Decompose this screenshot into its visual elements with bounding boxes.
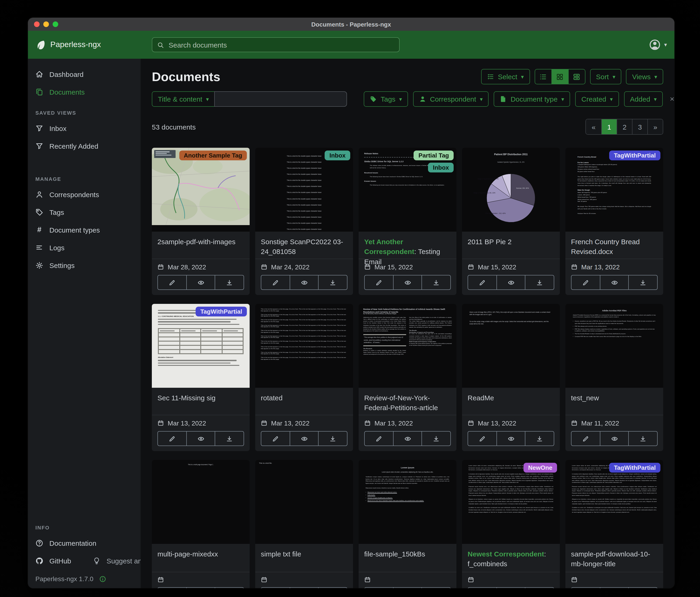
download-button[interactable] [628,587,658,588]
tag-badge[interactable]: Another Sample Tag [179,150,247,160]
document-title[interactable]: French Country Bread Revised.docx [571,237,658,257]
document-thumbnail[interactable]: This is a test for the double space char… [255,148,353,232]
close-window-button[interactable] [34,21,40,27]
edit-button[interactable] [261,275,290,290]
sidebar-item-recently-added[interactable]: Recently Added [28,137,141,155]
edit-button[interactable] [468,275,497,290]
document-thumbnail[interactable]: This is a multi page document. Page 1. [152,460,250,544]
document-thumbnail[interactable]: French Country BreadFor the Leaven1 heap… [566,148,663,232]
edit-button[interactable] [571,275,600,290]
preview-button[interactable] [600,275,629,290]
preview-button[interactable] [496,587,525,588]
minimize-window-button[interactable] [43,21,49,27]
download-button[interactable] [422,587,451,588]
tag-badge[interactable]: Partial Tag [414,150,454,160]
document-thumbnail[interactable]: Adobe Acrobat PDF FilesAdobe® Portable D… [566,304,663,388]
edit-button[interactable] [157,431,186,446]
download-button[interactable] [215,431,244,446]
filter-correspondent-button[interactable]: Correspondent▾ [413,91,489,107]
download-button[interactable] [525,587,554,588]
download-button[interactable] [525,275,554,290]
download-button[interactable] [422,431,451,446]
document-title[interactable]: sample-pdf-download-10-mb-longer-title [571,549,658,569]
document-title[interactable]: 2sample-pdf-with-images [157,237,244,247]
document-thumbnail[interactable]: Another Sample Tag [152,148,250,232]
document-thumbnail[interactable]: This is a test file. [255,460,353,544]
filter-text-input[interactable] [215,91,347,107]
list-view-button[interactable] [535,69,551,84]
document-thumbnail[interactable]: Given a set of image files (JPEG, GIF, P… [462,304,560,388]
pagination-page-2[interactable]: 2 [617,119,632,134]
preview-button[interactable] [496,431,525,446]
edit-button[interactable] [261,587,290,588]
grid-view-button[interactable] [551,69,568,84]
tag-badge[interactable]: Inbox [428,163,454,172]
edit-button[interactable] [364,587,393,588]
user-menu[interactable]: ▾ [649,31,667,59]
document-title[interactable]: file-sample_150kBs [364,549,451,559]
filter-created-button[interactable]: Created▾ [575,91,619,107]
document-title[interactable]: 2011 BP Pie 2 [468,237,554,247]
document-thumbnail[interactable]: Lorem ipsum dolor sit amet, consectetur … [566,460,663,544]
document-title[interactable]: ReadMe [468,393,554,403]
pagination-page-1[interactable]: 1 [601,119,617,134]
correspondent-link[interactable]: Newest Correspondent [468,550,544,558]
document-title[interactable]: Newest Correspondent: f_combineds [468,549,554,569]
download-button[interactable] [318,275,347,290]
filter-tags-button[interactable]: Tags▾ [364,91,408,107]
preview-button[interactable] [290,275,319,290]
preview-button[interactable] [186,431,215,446]
maximize-window-button[interactable] [53,21,58,27]
document-thumbnail[interactable]: This is the text that appears on the fir… [255,304,353,388]
document-thumbnail[interactable]: Lorem ipsum dolor sit amet, consectetur … [462,460,560,544]
tag-badge[interactable]: TagWithPartial [609,150,660,160]
sidebar-item-tags[interactable]: Tags [28,203,141,221]
document-title[interactable]: Review-of-New-York-Federal-Petitions-art… [364,393,451,413]
sidebar-item-github[interactable]: GitHub [28,552,78,570]
sidebar-item-documentation[interactable]: Documentation [28,534,141,552]
sort-button[interactable]: Sort ▾ [590,69,621,85]
edit-button[interactable] [261,431,290,446]
download-button[interactable] [628,431,658,446]
document-title[interactable]: Sec 11-Missing sig [157,393,244,403]
sidebar-item-dashboard[interactable]: Dashboard [28,65,141,83]
preview-button[interactable] [393,587,422,588]
correspondent-link[interactable]: Yet Another Correspondent [364,238,414,256]
document-title[interactable]: rotated [261,393,347,403]
pagination-page-3[interactable]: 3 [632,119,647,134]
document-title[interactable]: simple txt file [261,549,347,559]
preview-button[interactable] [393,431,422,446]
download-button[interactable] [628,275,658,290]
search-bar[interactable] [152,37,400,52]
sidebar-item-logs[interactable]: Logs [28,239,141,256]
download-button[interactable] [422,275,451,290]
tag-badge[interactable]: TagWithPartial [609,463,660,473]
download-button[interactable] [318,587,347,588]
preview-button[interactable] [186,275,215,290]
pagination-page-«[interactable]: « [586,119,601,134]
document-title[interactable]: Sonstige ScanPC2022 03-24_081058 [261,237,347,257]
detail-view-button[interactable] [568,69,585,84]
download-button[interactable] [525,431,554,446]
views-button[interactable]: Views ▾ [626,69,663,85]
search-input[interactable] [168,40,395,49]
document-thumbnail[interactable]: Patient BP Distribution 2011Normal, 150,… [462,148,560,232]
preview-button[interactable] [290,431,319,446]
app-logo[interactable]: Paperless-ngx [28,40,101,50]
document-title[interactable]: test_new [571,393,658,403]
edit-button[interactable] [571,431,600,446]
preview-button[interactable] [600,587,629,588]
edit-button[interactable] [364,431,393,446]
sidebar-item-inbox[interactable]: Inbox [28,119,141,137]
select-button[interactable]: Select ▾ [481,69,530,85]
preview-button[interactable] [186,587,215,588]
sidebar-item-settings[interactable]: Settings [28,256,141,274]
reset-filters-button[interactable]: × Reset filters [670,95,674,103]
document-thumbnail[interactable]: Release NotesSimba ODBC Driver for SQL S… [359,148,456,232]
sidebar-item-documents[interactable]: Documents [28,83,141,101]
filter-field-button[interactable]: Title & content ▾ [152,91,215,107]
preview-button[interactable] [393,275,422,290]
pagination-page-»[interactable]: » [647,119,663,134]
edit-button[interactable] [468,587,497,588]
preview-button[interactable] [496,275,525,290]
